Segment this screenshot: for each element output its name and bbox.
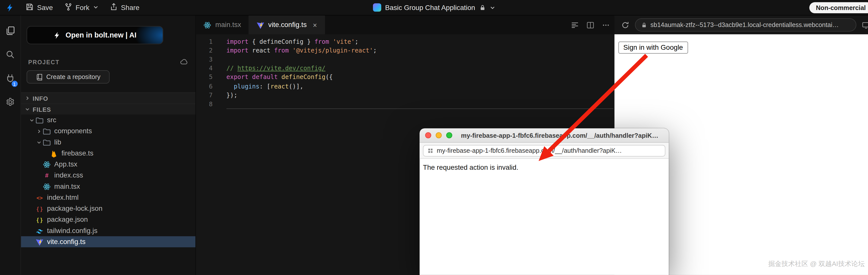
- file-label: src: [47, 116, 56, 124]
- code-line-5[interactable]: 5export default defineConfig({: [196, 73, 614, 82]
- code-line-4[interactable]: 4// https://vite.dev/config/: [196, 64, 614, 73]
- reload-icon[interactable]: [621, 21, 629, 29]
- tab-vite.config.ts[interactable]: vite.config.ts×: [249, 15, 325, 34]
- share-icon: [109, 2, 118, 12]
- file-label: lib: [54, 138, 61, 146]
- line-content: // https://vite.dev/config/: [226, 64, 613, 73]
- create-repository-label: Create a repository: [46, 73, 100, 80]
- tree-item-index.css[interactable]: #index.css: [21, 170, 195, 181]
- chevron-down-icon: [93, 3, 98, 11]
- plan-badge[interactable]: Non-commercial: [809, 2, 868, 13]
- topbar-left-group: Save Fork Share: [0, 2, 139, 12]
- chevron-down-icon[interactable]: [35, 140, 43, 145]
- chevron-down-icon[interactable]: [28, 117, 35, 123]
- tree-item-firebase.ts[interactable]: firebase.ts: [21, 148, 195, 159]
- create-repository-button[interactable]: Create a repository: [27, 70, 110, 83]
- popup-window-title: my-firebase-app-1-fbfc6.firebaseapp.com/…: [456, 132, 663, 139]
- sync-cloud-icon[interactable]: [180, 58, 188, 66]
- editor-tabbar: main.tsxvite.config.ts×: [196, 15, 614, 34]
- preview-url-bar[interactable]: sb14aumak-ztfz--5173--d3acb9e1.local-cre…: [635, 18, 856, 32]
- jsonlock-file-icon: { }: [35, 206, 45, 211]
- search-icon: [5, 50, 15, 61]
- popup-address-field[interactable]: my-firebase-app-1-fbfc6.firebaseapp.com/…: [423, 145, 665, 156]
- save-button[interactable]: Save: [26, 2, 53, 12]
- tree-item-lib[interactable]: lib: [21, 137, 195, 148]
- activity-rail: 1: [0, 15, 21, 275]
- sign-in-with-google-button[interactable]: Sign in with Google: [618, 41, 688, 54]
- line-number: 8: [196, 101, 212, 108]
- code-line-3[interactable]: 3: [196, 55, 614, 64]
- code-line-7[interactable]: 7});: [196, 91, 614, 100]
- files-section-toggle[interactable]: FILES: [21, 103, 195, 114]
- rail-settings-button[interactable]: [0, 91, 21, 115]
- line-number: 7: [196, 92, 212, 99]
- line-number: 3: [196, 56, 212, 63]
- code-line-1[interactable]: 1import { defineConfig } from 'vite';: [196, 37, 614, 46]
- tree-item-index.html[interactable]: <>index.html: [21, 192, 195, 203]
- format-code-icon[interactable]: [571, 21, 579, 29]
- line-content: [226, 100, 613, 109]
- tab-main.tsx[interactable]: main.tsx: [196, 15, 249, 34]
- auth-popup-window: my-firebase-app-1-fbfc6.firebaseapp.com/…: [420, 128, 669, 275]
- info-section-toggle[interactable]: INFO: [21, 93, 195, 103]
- more-options-icon[interactable]: [602, 21, 610, 29]
- save-icon: [26, 2, 34, 12]
- file-label: package.json: [47, 216, 88, 224]
- minimize-window-button[interactable]: [436, 132, 442, 138]
- device-preview-icon[interactable]: [862, 21, 868, 29]
- info-section-label: INFO: [33, 95, 48, 102]
- repository-icon: [36, 73, 43, 80]
- chevron-down-icon: [25, 107, 30, 112]
- tree-item-tailwind.config.js[interactable]: tailwind.config.js: [21, 225, 195, 236]
- tree-item-package.json[interactable]: { }package.json: [21, 214, 195, 225]
- rail-ports-button[interactable]: 1: [0, 68, 21, 91]
- line-content: import { defineConfig } from 'vite';: [226, 37, 613, 46]
- site-info-icon[interactable]: [427, 147, 433, 153]
- file-label: components: [54, 127, 92, 135]
- chevron-right-icon[interactable]: [35, 129, 43, 134]
- fork-button[interactable]: Fork: [64, 2, 98, 12]
- zoom-window-button[interactable]: [446, 132, 452, 138]
- file-label: index.html: [47, 194, 79, 202]
- fork-icon: [64, 2, 72, 12]
- share-label: Share: [121, 3, 140, 11]
- tree-item-src[interactable]: src: [21, 114, 195, 126]
- tree-item-App.tsx[interactable]: App.tsx: [21, 159, 195, 170]
- rail-search-button[interactable]: [0, 44, 21, 68]
- line-number: 4: [196, 65, 212, 72]
- tree-item-components[interactable]: components: [21, 126, 195, 137]
- line-number: 6: [196, 83, 212, 90]
- code-line-6[interactable]: 6 plugins: [react()],: [196, 82, 614, 91]
- project-avatar: [373, 3, 381, 11]
- react-file-icon: [42, 160, 53, 169]
- preview-url: sb14aumak-ztfz--5173--d3acb9e1.local-cre…: [650, 22, 839, 28]
- preview-browser-toolbar: sb14aumak-ztfz--5173--d3acb9e1.local-cre…: [614, 15, 868, 34]
- tree-item-package-lock.json[interactable]: { }package-lock.json: [21, 203, 195, 214]
- chevron-down-icon[interactable]: [490, 5, 495, 10]
- line-content: });: [226, 91, 613, 100]
- open-in-bolt-label: Open in bolt.new | AI: [65, 31, 136, 39]
- tree-item-vite.config.ts[interactable]: vite.config.ts: [21, 236, 195, 247]
- project-title-group[interactable]: Basic Group Chat Application: [373, 0, 495, 15]
- line-content: export default defineConfig({: [226, 73, 613, 82]
- close-window-button[interactable]: [425, 132, 431, 138]
- css-file-icon: #: [42, 172, 53, 179]
- split-editor-icon[interactable]: [586, 21, 595, 29]
- close-tab-icon[interactable]: ×: [313, 21, 317, 29]
- code-line-8[interactable]: 8: [196, 100, 614, 109]
- open-in-bolt-button[interactable]: Open in bolt.new | AI: [27, 26, 163, 44]
- stackblitz-bolt-logo[interactable]: [5, 3, 14, 12]
- editor-actions: [571, 15, 615, 34]
- popup-address-row: my-firebase-app-1-fbfc6.firebaseapp.com/…: [420, 143, 669, 159]
- popup-titlebar[interactable]: my-firebase-app-1-fbfc6.firebaseapp.com/…: [420, 128, 669, 143]
- rail-files-button[interactable]: [0, 20, 21, 44]
- line-content: import react from '@vitejs/plugin-react'…: [226, 46, 613, 55]
- share-button[interactable]: Share: [109, 2, 139, 12]
- file-label: main.tsx: [54, 182, 80, 190]
- tree-item-main.tsx[interactable]: main.tsx: [21, 181, 195, 192]
- code-line-2[interactable]: 2import react from '@vitejs/plugin-react…: [196, 46, 614, 55]
- bolt-icon: [53, 31, 61, 39]
- topbar-right-group: Non-commercial: [809, 0, 868, 15]
- file-explorer-panel: Open in bolt.new | AI PROJECT Create a r…: [21, 15, 196, 275]
- line-content: [226, 55, 613, 64]
